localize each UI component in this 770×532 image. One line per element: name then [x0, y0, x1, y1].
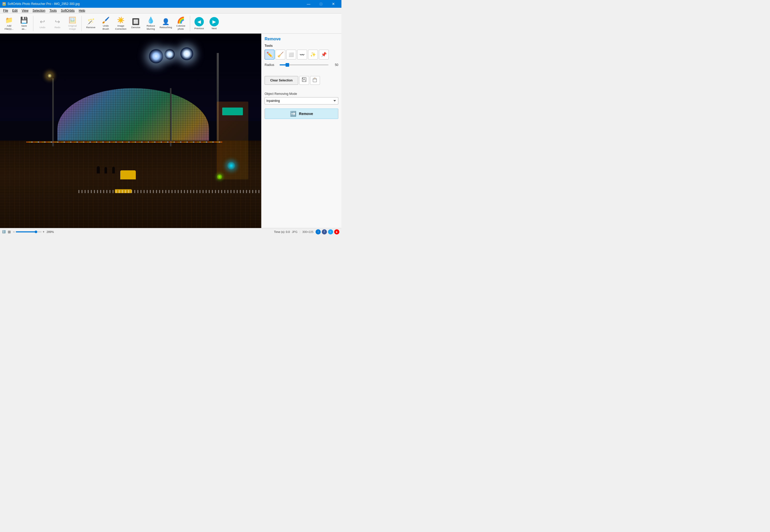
svg-rect-2	[303, 80, 305, 82]
reduce-blurring-label: Reduceblurring	[147, 24, 155, 30]
denoise-icon: 🔲	[132, 18, 140, 25]
zoom-thumb[interactable]	[35, 231, 37, 233]
titlebar-title: SoftOrbits Photo Retoucher Pro - IMG_295…	[7, 2, 80, 6]
magic-wand-icon: ✨	[310, 52, 316, 57]
radius-slider-container[interactable]	[279, 63, 328, 67]
pencil-icon: ✏️	[266, 51, 273, 58]
denoise-label: Denoise	[131, 26, 140, 29]
format-separator: |	[299, 230, 300, 233]
original-image-label: OriginalImage	[68, 24, 77, 30]
info-icon[interactable]: ℹ️	[2, 230, 6, 233]
image-correction-button[interactable]: ☀️ ImageCorrection	[114, 15, 128, 32]
menu-file[interactable]: File	[1, 8, 10, 13]
menu-view[interactable]: View	[20, 8, 31, 13]
menu-help[interactable]: Help	[77, 8, 87, 13]
redo-icon: ↪	[55, 18, 60, 25]
svg-rect-4	[313, 79, 316, 82]
lamp-orb-1	[149, 49, 163, 63]
load-selection-button[interactable]	[310, 76, 320, 85]
sep1	[33, 16, 33, 31]
close-button[interactable]: ✕	[327, 0, 339, 8]
remove-arrow-icon: ➡️	[290, 111, 296, 117]
rect-select-button[interactable]: ⬜	[286, 50, 296, 59]
titlebar-controls: — □ ✕	[302, 0, 339, 8]
pencil-tool-button[interactable]: ✏️	[264, 50, 274, 59]
lamp-orb-3	[180, 47, 193, 60]
save-as-icon: 💾	[20, 17, 28, 24]
magic-wand-button[interactable]: ✨	[308, 50, 318, 59]
toolbar: 📁 Add File(s)... 💾 Saveas... ↩ Undo ↪ Re…	[0, 13, 341, 34]
next-label: Next	[211, 27, 217, 30]
twitter-icon[interactable]: t	[328, 229, 333, 234]
stamp-button[interactable]: 📌	[319, 50, 329, 59]
next-button[interactable]: ▶ Next	[207, 15, 221, 32]
tools-section-label: Tools	[264, 44, 338, 48]
colorize-icon: 🌈	[177, 17, 185, 24]
sep3	[190, 16, 190, 31]
lasso-icon: 〰️	[299, 52, 305, 57]
zoom-minus-icon[interactable]: −	[13, 230, 15, 234]
colorize-button[interactable]: 🌈 Colorizephoto	[174, 15, 188, 32]
original-image-button[interactable]: 🖼️ OriginalImage	[65, 15, 79, 32]
minimize-button[interactable]: —	[302, 0, 314, 8]
sep2	[81, 16, 82, 31]
facebook-icon[interactable]: f	[322, 229, 327, 234]
add-files-button[interactable]: 📁 Add File(s)...	[2, 15, 16, 32]
right-panel: Remove Tools ✏️ 🧹 ⬜ 〰️ ✨	[261, 34, 341, 228]
retouching-icon: 👤	[162, 18, 170, 25]
canvas-area[interactable]	[0, 34, 261, 228]
dimensions-display: 300×225	[302, 230, 313, 233]
remove-button[interactable]: ➡️ Remove	[264, 109, 338, 119]
titlebar: 🖼️ SoftOrbits Photo Retoucher Pro - IMG_…	[0, 0, 341, 8]
zoom-plus-icon[interactable]: +	[43, 230, 44, 234]
colorize-label: Colorizephoto	[176, 24, 185, 30]
zoom-track[interactable]	[16, 231, 42, 232]
svg-rect-3	[302, 78, 303, 79]
previous-button[interactable]: ◀ Previous	[192, 15, 206, 32]
zoom-fill	[16, 231, 35, 232]
image-correction-label: ImageCorrection	[115, 24, 126, 30]
screen-mode-icon[interactable]: ⊞	[8, 230, 11, 234]
reduce-blurring-button[interactable]: 💧 Reduceblurring	[144, 15, 158, 32]
undo-brush-button[interactable]: 🖌️ UndoBrush	[99, 15, 113, 32]
main-area: Remove Tools ✏️ 🧹 ⬜ 〰️ ✨	[0, 34, 341, 228]
titlebar-left: 🖼️ SoftOrbits Photo Retoucher Pro - IMG_…	[2, 2, 80, 6]
add-files-label: Add File(s)...	[3, 24, 15, 30]
previous-icon: ◀	[194, 17, 204, 26]
original-image-icon: 🖼️	[69, 17, 76, 24]
zoom-control: − +	[13, 230, 44, 234]
undo-brush-label: UndoBrush	[103, 24, 109, 30]
menu-selection[interactable]: Selection	[31, 8, 47, 13]
save-selection-button[interactable]	[299, 76, 309, 85]
radius-label: Radius	[264, 63, 277, 67]
previous-label: Previous	[194, 27, 204, 30]
maximize-button[interactable]: □	[315, 0, 327, 8]
undo-icon: ↩	[40, 18, 45, 25]
menu-edit[interactable]: Edit	[10, 8, 20, 13]
undo-button[interactable]: ↩ Undo	[35, 15, 49, 32]
time-display: Time (s): 0.0	[274, 230, 290, 233]
retouching-button[interactable]: 👤 Retouching	[159, 15, 173, 32]
radius-thumb[interactable]	[285, 63, 289, 67]
denoise-button[interactable]: 🔲 Denoise	[129, 15, 143, 32]
info-social-icon[interactable]: i	[315, 229, 321, 234]
lasso-button[interactable]: 〰️	[297, 50, 307, 59]
redo-button[interactable]: ↪ Redo	[50, 15, 64, 32]
remove-tool-button[interactable]: 🪄 Remove	[84, 15, 98, 32]
menubar: File Edit View Selection Tools SoftOrbit…	[0, 8, 341, 13]
undo-brush-icon: 🖌️	[102, 17, 110, 24]
clear-selection-button[interactable]: Clear Selection	[264, 76, 298, 85]
object-removing-mode-select[interactable]: Inpainting Content Aware Fill Simple Fil…	[264, 97, 338, 104]
eraser-tool-button[interactable]: 🧹	[275, 50, 285, 59]
photo-display	[0, 34, 261, 228]
youtube-icon[interactable]: ▶	[334, 229, 339, 234]
reduce-blurring-icon: 💧	[147, 17, 155, 24]
menu-softorbits[interactable]: SoftOrbits	[59, 8, 77, 13]
spacer1	[264, 71, 338, 76]
save-as-label: Saveas...	[21, 24, 27, 30]
menu-tools[interactable]: Tools	[47, 8, 59, 13]
radius-value: 50	[330, 63, 338, 67]
redo-label: Redo	[55, 26, 60, 29]
save-as-button[interactable]: 💾 Saveas...	[17, 15, 31, 32]
stamp-icon: 📌	[321, 52, 327, 57]
